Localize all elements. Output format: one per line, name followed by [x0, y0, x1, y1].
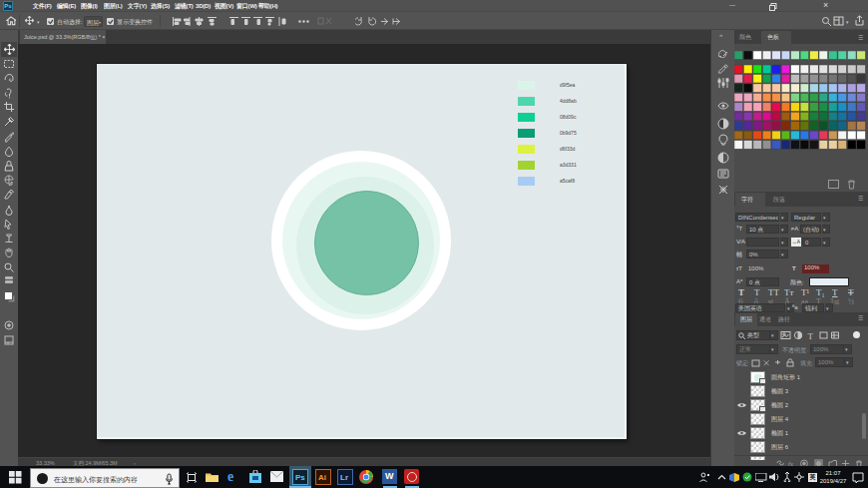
svg-text:T: T: [754, 287, 760, 297]
svg-text:T: T: [808, 331, 814, 341]
svg-text:T¹: T¹: [801, 287, 809, 297]
svg-text:TT: TT: [768, 287, 779, 297]
svg-text:T: T: [832, 287, 838, 297]
svg-text:½: ½: [848, 297, 854, 306]
svg-text:T₁: T₁: [816, 287, 825, 297]
svg-text:T: T: [848, 287, 854, 297]
svg-text:T: T: [738, 287, 744, 297]
svg-text:Tт: Tт: [784, 287, 793, 297]
